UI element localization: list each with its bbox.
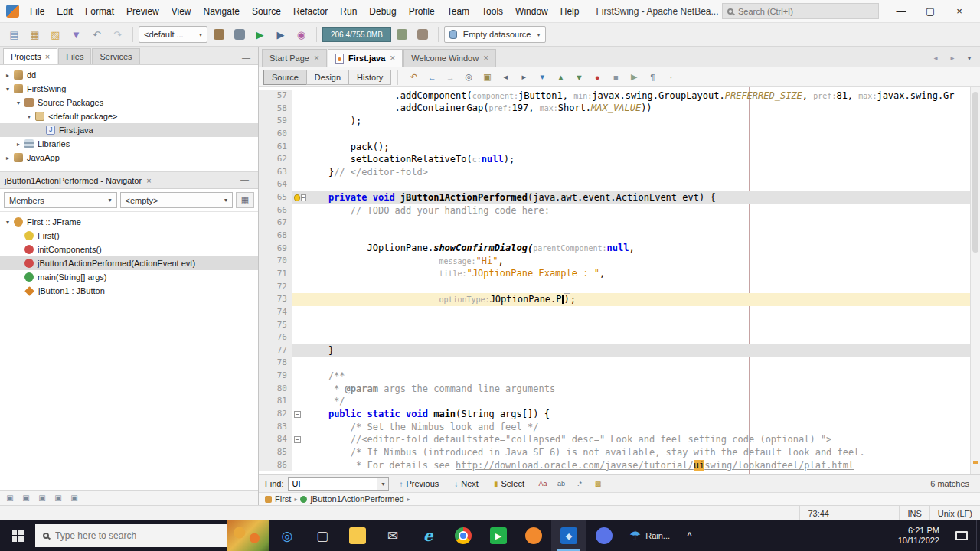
next-occurrence-icon[interactable]: ▼ — [570, 70, 587, 85]
close-button[interactable]: × — [945, 0, 974, 22]
editor-tab-start-page[interactable]: Start Page× — [262, 49, 327, 67]
members-select[interactable]: Members ▾ — [4, 192, 117, 208]
tab-list-icon[interactable]: ▾ — [962, 51, 977, 64]
design-view-button[interactable]: Design — [306, 70, 349, 85]
news-widget[interactable] — [227, 520, 270, 551]
code-line-58[interactable]: 58 .addContainerGap(pref:197, max:Short.… — [259, 103, 970, 116]
expand-icon[interactable]: ▸ — [3, 72, 12, 79]
regex-toggle[interactable]: .* — [571, 477, 588, 491]
notifications-window-icon[interactable]: ▣ — [19, 492, 33, 504]
fold-toggle-icon[interactable]: − — [294, 436, 301, 443]
match-case-toggle[interactable]: Aa — [534, 477, 551, 491]
menu-profile[interactable]: Profile — [403, 0, 441, 23]
redo-icon[interactable]: ↷ — [108, 25, 127, 44]
run-gc-icon[interactable] — [393, 25, 412, 44]
code-line-85[interactable]: 85 /* If Nimbus (introduced in Java SE 6… — [259, 446, 970, 459]
mail-icon[interactable]: ✉ — [375, 520, 410, 551]
tree-item-libraries[interactable]: ▸Libraries — [0, 137, 258, 151]
taskbar-clock[interactable]: 6:21 PM 10/11/2022 — [890, 526, 947, 546]
start-button[interactable] — [0, 520, 35, 551]
navigator-sort-button[interactable]: ▦ — [236, 192, 254, 208]
maximize-button[interactable]: ▢ — [916, 0, 945, 22]
tree-item-initcomponents[interactable]: initComponents() — [0, 243, 258, 256]
line-app-icon[interactable]: ▶ — [481, 520, 516, 551]
find-input[interactable] — [289, 479, 377, 488]
breadcrumb-item-first[interactable]: First — [275, 494, 291, 504]
fold-toggle-icon[interactable]: − — [294, 411, 301, 418]
menu-window[interactable]: Window — [509, 0, 554, 23]
terminal-window-icon[interactable]: ▣ — [67, 492, 81, 504]
insert-mode-indicator[interactable]: INS — [899, 506, 929, 520]
editor-tab-welcome-window[interactable]: Welcome Window× — [403, 49, 496, 67]
new-file-icon[interactable]: ▤ — [5, 25, 24, 44]
code-line-81[interactable]: 81 */ — [259, 395, 970, 408]
netbeans-icon[interactable]: ◆ — [551, 520, 586, 551]
tree-item-default-package[interactable]: ▾<default package> — [0, 109, 258, 123]
find-history-dropdown[interactable]: ▼ — [377, 478, 388, 490]
code-line-61[interactable]: 61 pack(); — [259, 141, 970, 154]
menu-preview[interactable]: Preview — [120, 0, 165, 23]
scrollbar-thumb[interactable] — [972, 92, 978, 253]
tree-item-main-string-args[interactable]: main(String[] args) — [0, 270, 258, 284]
taskbar-search-input[interactable] — [55, 530, 193, 541]
menu-run[interactable]: Run — [334, 0, 363, 23]
fold-toggle-icon[interactable]: − — [301, 194, 307, 201]
code-line-80[interactable]: 80 * @param args the command line argume… — [259, 383, 970, 396]
firefox-icon[interactable] — [516, 520, 551, 551]
code-line-62[interactable]: 62 setLocationRelativeTo(c:null); — [259, 153, 970, 166]
code-line-78[interactable]: 78 — [259, 357, 970, 370]
code-line-79[interactable]: 79 /** — [259, 370, 970, 383]
code-line-72[interactable]: 72 — [259, 281, 970, 294]
panel-tab-services[interactable]: Services — [92, 48, 139, 64]
code-line-67[interactable]: 67 — [259, 217, 970, 230]
code-line-75[interactable]: 75 — [259, 319, 970, 332]
code-line-68[interactable]: 68 — [259, 230, 970, 243]
search-results-window-icon[interactable]: ▣ — [51, 492, 65, 504]
code-line-82[interactable]: 82− public static void main(String args[… — [259, 408, 970, 421]
menu-navigate[interactable]: Navigate — [198, 0, 246, 23]
menu-file[interactable]: File — [24, 0, 51, 23]
find-select-button[interactable]: ▮ Select — [488, 477, 530, 491]
save-all-icon[interactable]: ▼ — [67, 25, 86, 44]
tree-item-jbutton1-jbutton[interactable]: jButton1 : JButton — [0, 284, 258, 298]
show-desktop-button[interactable] — [976, 520, 980, 551]
last-edit-icon[interactable]: ↶ — [405, 70, 422, 85]
menu-team[interactable]: Team — [441, 0, 475, 23]
collapse-icon[interactable]: ▾ — [3, 86, 12, 93]
output-window-icon[interactable]: ▣ — [3, 492, 17, 504]
tree-item-javaapp[interactable]: ▸JavaApp — [0, 151, 258, 165]
menu-help[interactable]: Help — [554, 0, 586, 23]
navigator-filter-select[interactable]: <empty> ▾ — [120, 192, 234, 208]
tree-item-jbutton1actionperformed-actionevent-evt[interactable]: jButton1ActionPerformed(ActionEvent evt) — [0, 256, 258, 270]
panel-tab-files[interactable]: Files — [58, 48, 91, 64]
start-macro-icon[interactable]: ▶ — [626, 70, 642, 85]
panel-tab-projects[interactable]: Projects× — [3, 48, 57, 64]
code-line-64[interactable]: 64 — [259, 178, 970, 191]
profile-project-icon[interactable]: ◉ — [292, 25, 311, 44]
project-config-select[interactable]: <default ... ▾ — [139, 26, 207, 43]
close-tab-icon[interactable]: × — [390, 53, 395, 64]
close-tab-icon[interactable]: × — [314, 53, 319, 64]
code-line-77[interactable]: 77 } — [259, 344, 970, 357]
close-icon[interactable]: × — [45, 52, 50, 61]
minimize-panel-icon[interactable]: — — [236, 174, 253, 186]
tree-item-first-java[interactable]: First.java — [0, 123, 258, 137]
menu-tools[interactable]: Tools — [475, 0, 509, 23]
quick-search-input[interactable] — [738, 7, 874, 16]
code-line-66[interactable]: 66 // TODO add your handling code here: — [259, 204, 970, 217]
find-next-button[interactable]: ↓ Next — [449, 477, 484, 491]
toggle-breakpoint-icon[interactable]: ● — [589, 70, 606, 85]
heap-dump-icon[interactable] — [413, 25, 433, 44]
build-project-icon[interactable] — [209, 25, 228, 44]
back-icon[interactable]: ← — [423, 70, 440, 85]
forward-icon[interactable]: → — [442, 70, 459, 85]
action-center-button[interactable] — [947, 520, 976, 551]
source-view-button[interactable]: Source — [263, 70, 307, 85]
file-explorer-icon[interactable] — [340, 520, 375, 551]
tree-item-firstswing[interactable]: ▾FirstSwing — [0, 82, 258, 96]
previous-bookmark-icon[interactable]: ◂ — [497, 70, 514, 85]
code-line-76[interactable]: 76 — [259, 331, 970, 344]
weather-taskbar-item[interactable]: ☂ Rain... — [622, 520, 678, 551]
menu-view[interactable]: View — [165, 0, 198, 23]
warning-bulb-icon[interactable] — [294, 194, 300, 201]
